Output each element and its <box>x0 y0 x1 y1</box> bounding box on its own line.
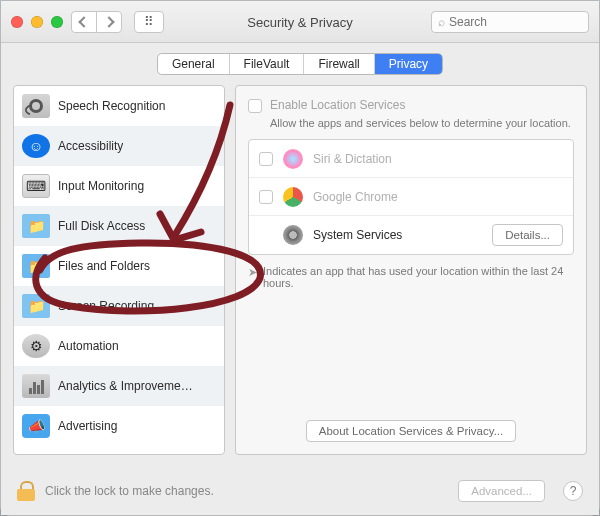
sidebar-item-label: Input Monitoring <box>58 179 144 193</box>
system-services-icon <box>283 225 303 245</box>
location-hint-text: Indicates an app that has used your loca… <box>263 265 574 289</box>
sidebar-item-full-disk-access[interactable]: 📁 Full Disk Access <box>14 206 224 246</box>
app-name: Siri & Dictation <box>313 152 563 166</box>
tab-general[interactable]: General <box>158 54 230 74</box>
accessibility-icon: ☺ <box>22 134 50 158</box>
sidebar-item-label: Advertising <box>58 419 117 433</box>
sidebar-item-input-monitoring[interactable]: ⌨ Input Monitoring <box>14 166 224 206</box>
app-checkbox[interactable] <box>259 152 273 166</box>
grid-icon <box>144 14 154 29</box>
megaphone-icon: 📣 <box>22 414 50 438</box>
sidebar-item-label: Full Disk Access <box>58 219 145 233</box>
app-row-siri: Siri & Dictation <box>249 140 573 178</box>
enable-location-services-checkbox[interactable] <box>248 99 262 113</box>
chrome-icon <box>283 187 303 207</box>
show-all-prefs-button[interactable] <box>134 11 164 33</box>
speech-icon <box>22 94 50 118</box>
app-name: System Services <box>313 228 482 242</box>
nav-forward-button[interactable] <box>96 11 122 33</box>
sidebar-item-accessibility[interactable]: ☺ Accessibility <box>14 126 224 166</box>
search-field[interactable]: ⌕ <box>431 11 589 33</box>
detail-panel: Enable Location Services Allow the apps … <box>235 85 587 455</box>
lock-text: Click the lock to make changes. <box>45 484 214 498</box>
sidebar-item-automation[interactable]: ⚙ Automation <box>14 326 224 366</box>
enable-location-services-desc: Allow the apps and services below to det… <box>270 117 574 129</box>
app-name: Google Chrome <box>313 190 563 204</box>
siri-icon <box>283 149 303 169</box>
help-button[interactable]: ? <box>563 481 583 501</box>
sidebar-item-label: Analytics & Improveme… <box>58 379 193 393</box>
advanced-button[interactable]: Advanced... <box>458 480 545 502</box>
app-checkbox[interactable] <box>259 190 273 204</box>
tabs: General FileVault Firewall Privacy <box>157 53 443 75</box>
app-row-system-services: System Services Details... <box>249 216 573 254</box>
sidebar-item-label: Speech Recognition <box>58 99 165 113</box>
privacy-sidebar[interactable]: Speech Recognition ☺ Accessibility ⌨ Inp… <box>13 85 225 455</box>
apps-list: Siri & Dictation Google Chrome System Se… <box>248 139 574 255</box>
sidebar-item-label: Automation <box>58 339 119 353</box>
footer: Click the lock to make changes. Advanced… <box>1 467 599 515</box>
tab-firewall[interactable]: Firewall <box>304 54 374 74</box>
app-row-chrome: Google Chrome <box>249 178 573 216</box>
titlebar: Security & Privacy ⌕ <box>1 1 599 43</box>
folder-icon: 📁 <box>22 254 50 278</box>
sidebar-item-label: Screen Recording <box>58 299 154 313</box>
tab-privacy[interactable]: Privacy <box>375 54 442 74</box>
tab-filevault[interactable]: FileVault <box>230 54 305 74</box>
keyboard-icon: ⌨ <box>22 174 50 198</box>
nav-back-button[interactable] <box>71 11 97 33</box>
zoom-window-button[interactable] <box>51 16 63 28</box>
sidebar-item-advertising[interactable]: 📣 Advertising <box>14 406 224 446</box>
sidebar-item-screen-recording[interactable]: 📁 Screen Recording <box>14 286 224 326</box>
sidebar-item-label: Accessibility <box>58 139 123 153</box>
analytics-icon <box>22 374 50 398</box>
details-button[interactable]: Details... <box>492 224 563 246</box>
security-privacy-window: Security & Privacy ⌕ General FileVault F… <box>0 0 600 516</box>
folder-icon: 📁 <box>22 294 50 318</box>
location-hint: ➤ Indicates an app that has used your lo… <box>248 265 574 289</box>
sidebar-item-analytics-improvements[interactable]: Analytics & Improveme… <box>14 366 224 406</box>
compass-icon: ➤ <box>248 266 257 279</box>
minimize-window-button[interactable] <box>31 16 43 28</box>
about-location-button[interactable]: About Location Services & Privacy... <box>306 420 517 442</box>
lock-icon[interactable] <box>17 481 35 501</box>
folder-icon: 📁 <box>22 214 50 238</box>
sidebar-item-files-and-folders[interactable]: 📁 Files and Folders <box>14 246 224 286</box>
sidebar-item-label: Files and Folders <box>58 259 150 273</box>
sidebar-item-speech-recognition[interactable]: Speech Recognition <box>14 86 224 126</box>
close-window-button[interactable] <box>11 16 23 28</box>
search-icon: ⌕ <box>438 15 445 29</box>
search-input[interactable] <box>449 15 582 29</box>
gear-icon: ⚙ <box>22 334 50 358</box>
enable-location-services-label: Enable Location Services <box>270 98 405 112</box>
